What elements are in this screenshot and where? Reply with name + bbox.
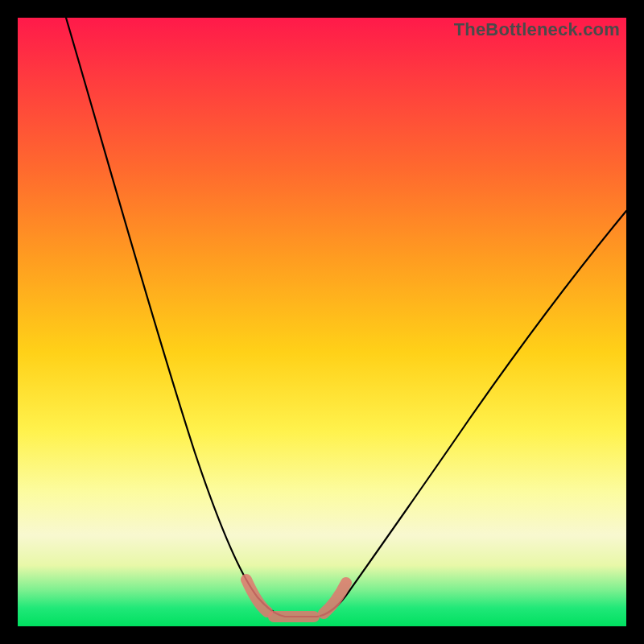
optimal-bracket-left [246,580,267,612]
curve-layer [18,18,626,626]
outer-frame: TheBottleneck.com [0,0,644,644]
bottleneck-curve [66,18,626,617]
gradient-plot-area: TheBottleneck.com [18,18,626,626]
optimal-bracket-right [324,583,346,613]
